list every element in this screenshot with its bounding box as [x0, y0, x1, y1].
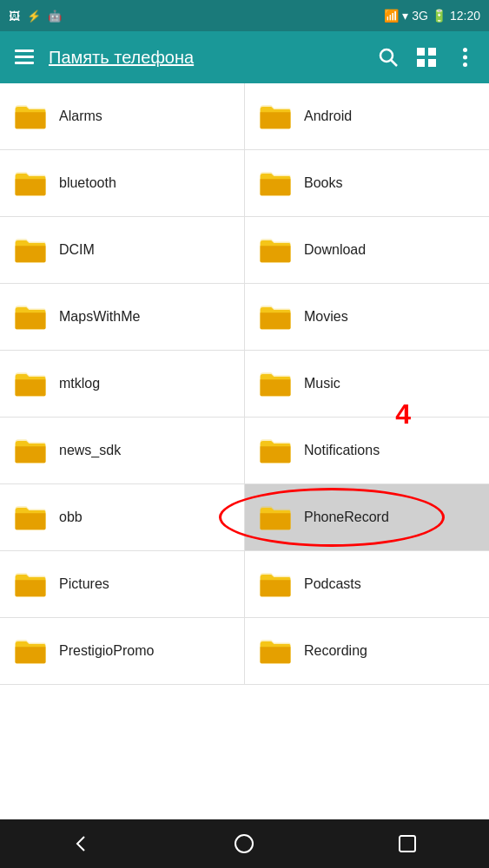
home-button[interactable] — [227, 826, 261, 861]
svg-line-4 — [392, 61, 398, 67]
recent-apps-button[interactable] — [390, 826, 425, 861]
folder-item[interactable]: Notifications4 — [245, 418, 489, 483]
folder-row: MapsWithMe Movies — [0, 284, 489, 351]
folder-icon — [259, 102, 292, 131]
clock: 12:20 — [450, 9, 480, 23]
folder-icon — [259, 168, 292, 198]
grid-view-button[interactable] — [413, 43, 440, 71]
folder-item[interactable]: PrestigioPromo — [0, 618, 245, 684]
folder-icon — [14, 503, 47, 532]
hamburger-menu-button[interactable] — [10, 43, 38, 71]
svg-point-12 — [235, 835, 253, 852]
svg-rect-0 — [15, 49, 34, 52]
folder-item[interactable]: mtklog — [0, 351, 245, 417]
folder-item[interactable]: Alarms — [0, 83, 245, 149]
folder-name: Android — [304, 108, 352, 124]
folder-row: Alarms Android — [0, 83, 489, 150]
svg-rect-5 — [417, 48, 425, 56]
status-bar: 🖼 ⚡ 🤖 📶 ▾ 3G 🔋 12:20 — [0, 0, 489, 31]
folder-icon — [259, 302, 292, 332]
folder-name: Recording — [304, 643, 367, 659]
usb-icon: ⚡ — [27, 10, 41, 23]
folder-name: Pictures — [59, 576, 109, 592]
folder-icon — [259, 636, 292, 666]
folder-icon — [14, 636, 47, 666]
folder-icon — [259, 569, 292, 599]
folder-name: Download — [304, 242, 366, 258]
folder-row: news_sdk Notifications4 — [0, 418, 489, 484]
folder-name: PrestigioPromo — [59, 643, 154, 659]
bottom-navigation — [0, 819, 489, 868]
svg-rect-2 — [15, 62, 34, 64]
battery-icon: 🔋 — [432, 9, 446, 23]
folder-icon — [14, 569, 47, 599]
folder-item[interactable]: MapsWithMe — [0, 284, 245, 350]
folder-name: PhoneRecord — [304, 510, 389, 525]
search-button[interactable] — [374, 43, 402, 71]
folder-name: Notifications — [304, 443, 380, 458]
folder-item[interactable]: obb — [0, 484, 245, 550]
folder-row: Pictures Podcasts — [0, 551, 489, 618]
signal-bars: 📶 — [384, 9, 399, 23]
more-options-button[interactable] — [451, 43, 479, 71]
screenshot-icon: 🖼 — [9, 10, 20, 23]
network-type: 3G — [412, 9, 428, 23]
folder-name: Alarms — [59, 108, 102, 124]
folder-icon — [259, 436, 292, 465]
status-left-icons: 🖼 ⚡ 🤖 — [9, 10, 62, 23]
folder-item[interactable]: Recording — [245, 618, 489, 684]
wifi-icon: ▾ — [402, 9, 408, 23]
folder-name: Books — [304, 175, 342, 191]
svg-rect-8 — [428, 59, 436, 67]
folder-item[interactable]: DCIM — [0, 217, 245, 283]
folder-name: Movies — [304, 309, 348, 325]
toolbar: Память телефона — [0, 31, 489, 83]
folder-icon — [259, 369, 292, 398]
android-icon: 🤖 — [48, 10, 62, 23]
svg-point-11 — [463, 62, 467, 67]
folder-name: bluetooth — [59, 175, 116, 191]
folder-item[interactable]: Books — [245, 150, 489, 216]
folder-name: Podcasts — [304, 576, 361, 592]
folder-item[interactable]: Podcasts — [245, 551, 489, 617]
folder-row: bluetooth Books — [0, 150, 489, 217]
folder-item[interactable]: Download — [245, 217, 489, 283]
svg-point-3 — [380, 49, 393, 62]
folder-icon — [14, 168, 47, 198]
folder-name: DCIM — [59, 242, 95, 258]
svg-rect-7 — [417, 59, 425, 67]
folder-row: PrestigioPromo Recording — [0, 618, 489, 685]
folder-name: mtklog — [59, 376, 100, 391]
folder-icon — [259, 235, 292, 265]
folder-row: obb PhoneRecord — [0, 484, 489, 551]
folder-icon — [259, 503, 292, 532]
folder-item[interactable]: Movies — [245, 284, 489, 350]
svg-rect-6 — [428, 48, 436, 56]
folder-item[interactable]: Music — [245, 351, 489, 417]
toolbar-title: Память телефона — [49, 48, 364, 68]
folder-item[interactable]: PhoneRecord — [245, 484, 489, 550]
folder-name: news_sdk — [59, 443, 121, 458]
svg-rect-1 — [15, 56, 34, 58]
folder-icon — [14, 302, 47, 332]
folder-item[interactable]: Android — [245, 83, 489, 149]
svg-rect-13 — [400, 836, 415, 852]
folder-row: mtklog Music — [0, 351, 489, 418]
folder-row: DCIM Download — [0, 217, 489, 284]
status-right: 📶 ▾ 3G 🔋 12:20 — [384, 9, 480, 23]
folder-item[interactable]: Pictures — [0, 551, 245, 617]
back-button[interactable] — [64, 826, 99, 861]
folder-name: obb — [59, 510, 83, 525]
folder-icon — [14, 235, 47, 265]
folder-icon — [14, 436, 47, 465]
file-grid: Alarms Android bluetooth Books DCIM Down… — [0, 83, 489, 819]
folder-name: Music — [304, 376, 340, 391]
folder-icon — [14, 369, 47, 398]
svg-point-9 — [463, 48, 467, 52]
folder-icon — [14, 102, 47, 131]
folder-item[interactable]: news_sdk — [0, 418, 245, 483]
svg-point-10 — [463, 56, 467, 60]
folder-name: MapsWithMe — [59, 309, 140, 325]
folder-item[interactable]: bluetooth — [0, 150, 245, 216]
